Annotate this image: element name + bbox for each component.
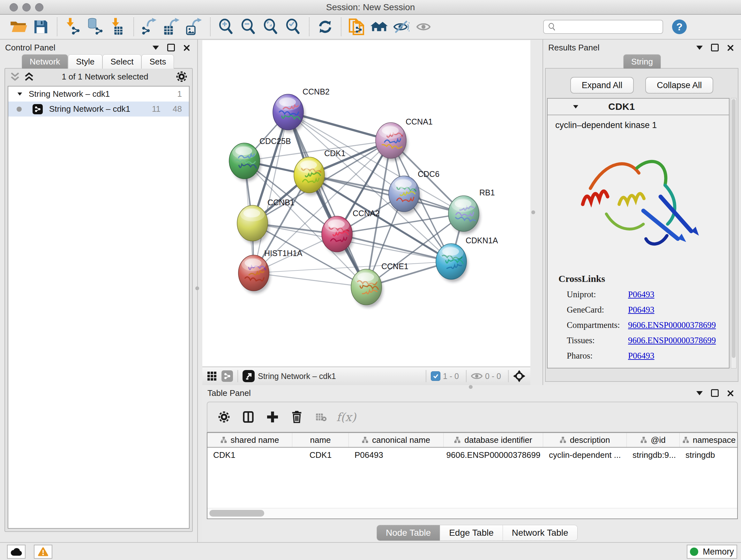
node-label-ccna2[interactable]: CCNA2 bbox=[353, 209, 380, 218]
cell-name[interactable]: CDK1 bbox=[292, 450, 349, 460]
tab-node-table[interactable]: Node Table bbox=[377, 525, 440, 541]
tab-edge-table[interactable]: Edge Table bbox=[440, 525, 503, 541]
string-network-graph[interactable]: CCNB2CCNA1CDC25BCDK1CDC6RB1CCNB1CCNA2CDK… bbox=[202, 40, 530, 367]
warnings-button[interactable] bbox=[34, 545, 52, 559]
node-label-ccnb1[interactable]: CCNB1 bbox=[267, 198, 294, 207]
cell-database-identifier[interactable]: 9606.ENSP00000378699 bbox=[444, 450, 543, 460]
left-splitter-handle[interactable] bbox=[195, 287, 199, 290]
grid-view-icon[interactable] bbox=[207, 372, 216, 381]
cell-namespace[interactable]: stringdb bbox=[680, 450, 738, 460]
crosslink-link[interactable]: P06493 bbox=[628, 290, 729, 300]
delete-column-button[interactable] bbox=[288, 408, 306, 426]
crosslink-link[interactable]: 9606.ENSP00000378699 bbox=[628, 320, 729, 330]
node-label-ccne1[interactable]: CCNE1 bbox=[381, 262, 408, 271]
collapse-all-button[interactable]: Collapse All bbox=[645, 77, 713, 94]
show-columns-button[interactable] bbox=[239, 408, 257, 426]
column-header-id[interactable]: @id bbox=[627, 433, 680, 447]
panel-float-icon[interactable] bbox=[152, 46, 159, 50]
zoom-in-button[interactable] bbox=[217, 18, 235, 36]
network-view-share-icon[interactable] bbox=[221, 370, 233, 382]
panel-maximize-icon[interactable] bbox=[167, 44, 175, 51]
tab-sets[interactable]: Sets bbox=[141, 54, 174, 69]
node-label-rb1[interactable]: RB1 bbox=[479, 188, 495, 197]
node-card-header[interactable]: CDK1 bbox=[548, 99, 729, 115]
memory-button[interactable]: Memory bbox=[687, 545, 737, 559]
panel-maximize-icon[interactable] bbox=[711, 44, 719, 51]
scrollbar-thumb[interactable] bbox=[209, 510, 264, 516]
cell-description[interactable]: cyclin-dependent ... bbox=[543, 450, 627, 460]
node-label-hist1h1a[interactable]: HIST1H1A bbox=[264, 249, 302, 258]
node-label-cdc25b[interactable]: CDC25B bbox=[259, 137, 291, 145]
export-network-button[interactable] bbox=[141, 18, 158, 36]
tab-network-table[interactable]: Network Table bbox=[503, 525, 577, 541]
search-input[interactable] bbox=[556, 22, 659, 32]
hide-selected-button[interactable] bbox=[393, 18, 411, 36]
tab-network[interactable]: Network bbox=[22, 54, 68, 69]
tab-string[interactable]: String bbox=[623, 54, 661, 69]
right-splitter-handle[interactable] bbox=[531, 210, 535, 214]
cell-shared-name[interactable]: CDK1 bbox=[207, 450, 292, 460]
results-scrollbar[interactable] bbox=[731, 98, 737, 368]
zoom-selected-button[interactable] bbox=[284, 18, 302, 36]
crosslink-link[interactable]: 9606.ENSP00000378699 bbox=[628, 335, 729, 346]
expand-all-networks-icon[interactable] bbox=[10, 72, 20, 81]
network-collection-row[interactable]: String Network – cdk1 1 bbox=[8, 86, 189, 102]
panel-float-icon[interactable] bbox=[696, 391, 703, 395]
zoom-out-button[interactable] bbox=[240, 18, 258, 36]
card-expander-icon[interactable] bbox=[573, 105, 578, 108]
panel-maximize-icon[interactable] bbox=[711, 389, 719, 397]
selected-nodes-checkbox[interactable] bbox=[431, 371, 441, 381]
column-header-namespace[interactable]: namespace bbox=[680, 433, 738, 447]
table-horizontal-scrollbar[interactable] bbox=[207, 508, 737, 518]
network-options-gear-icon[interactable] bbox=[176, 71, 187, 82]
panel-close-icon[interactable] bbox=[183, 44, 190, 51]
export-table-button[interactable] bbox=[163, 18, 181, 36]
collapse-all-networks-icon[interactable] bbox=[24, 72, 34, 81]
table-options-button[interactable] bbox=[215, 408, 233, 426]
node-label-ccnb2[interactable]: CCNB2 bbox=[302, 87, 330, 96]
column-header-shared-name[interactable]: shared name bbox=[207, 433, 292, 447]
panel-close-icon[interactable] bbox=[727, 44, 733, 51]
crosslink-link[interactable]: P06493 bbox=[628, 351, 729, 361]
import-network-from-file-button[interactable] bbox=[64, 18, 82, 36]
tab-style[interactable]: Style bbox=[68, 54, 103, 69]
apply-layout-button[interactable] bbox=[316, 18, 334, 36]
import-network-from-database-button[interactable] bbox=[86, 18, 105, 36]
column-header-database-identifier[interactable]: database identifier bbox=[444, 433, 543, 447]
detach-view-icon[interactable] bbox=[243, 370, 255, 382]
crosslink-link[interactable]: P06493 bbox=[628, 305, 729, 315]
show-all-button[interactable] bbox=[415, 18, 433, 36]
node-label-cdk1[interactable]: CDK1 bbox=[324, 149, 346, 158]
network-row[interactable]: String Network – cdk1 11 48 bbox=[8, 102, 189, 117]
tab-select[interactable]: Select bbox=[103, 54, 141, 69]
network-canvas[interactable]: CCNB2CCNA1CDC25BCDK1CDC6RB1CCNB1CCNA2CDK… bbox=[202, 40, 530, 367]
node-label-cdc6[interactable]: CDC6 bbox=[418, 170, 440, 179]
image-icon bbox=[186, 25, 196, 35]
function-builder-button[interactable]: f(x) bbox=[336, 408, 356, 426]
import-table-from-file-button[interactable] bbox=[109, 18, 127, 36]
birds-eye-view-icon[interactable] bbox=[513, 370, 525, 382]
save-session-button[interactable] bbox=[32, 18, 50, 36]
cloud-status-button[interactable] bbox=[7, 545, 25, 559]
node-label-cdkn1a[interactable]: CDKN1A bbox=[466, 236, 498, 245]
zoom-fit-button[interactable] bbox=[262, 18, 280, 36]
column-header-canonical-name[interactable]: canonical name bbox=[349, 433, 444, 447]
bottom-splitter-handle[interactable] bbox=[469, 385, 473, 389]
node-label-ccna1[interactable]: CCNA1 bbox=[406, 117, 433, 126]
column-header-description[interactable]: description bbox=[543, 433, 627, 447]
collection-expander-icon[interactable] bbox=[17, 92, 22, 96]
cell-id[interactable]: stringdb:9... bbox=[627, 450, 680, 460]
panel-float-icon[interactable] bbox=[696, 46, 703, 50]
panel-close-icon[interactable] bbox=[727, 390, 733, 396]
help-button[interactable]: ? bbox=[672, 19, 687, 34]
export-image-button[interactable] bbox=[185, 18, 203, 36]
first-neighbors-button[interactable] bbox=[370, 18, 388, 36]
duplicate-network-button[interactable] bbox=[348, 18, 366, 36]
delete-table-button[interactable] bbox=[312, 408, 330, 426]
column-header-name[interactable]: name bbox=[292, 433, 349, 447]
expand-all-button[interactable]: Expand All bbox=[570, 77, 634, 94]
open-session-button[interactable] bbox=[10, 18, 28, 36]
table-row[interactable]: CDK1 CDK1 P06493 9606.ENSP00000378699 cy… bbox=[207, 448, 737, 462]
cell-canonical-name[interactable]: P06493 bbox=[349, 450, 444, 460]
create-column-button[interactable] bbox=[264, 408, 281, 426]
